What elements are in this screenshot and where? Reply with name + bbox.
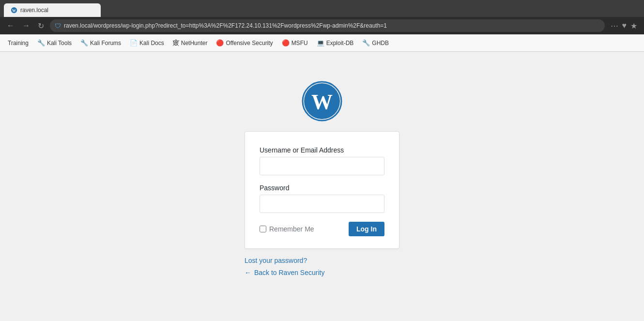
password-input[interactable] <box>260 195 384 213</box>
tab-favicon: W <box>11 7 17 14</box>
kali-tools-icon: 🔧 <box>37 39 45 46</box>
username-label: Username or Email Address <box>260 146 384 154</box>
username-input[interactable] <box>260 157 384 175</box>
form-links: Lost your password? ← Back to Raven Secu… <box>245 257 399 277</box>
address-prefix: raven.local <box>64 22 92 29</box>
username-field-group: Username or Email Address <box>260 146 384 175</box>
active-tab[interactable]: W raven.local <box>4 3 101 17</box>
forward-nav-button[interactable]: → <box>20 20 32 31</box>
bookmark-star-icon[interactable]: ★ <box>630 21 637 31</box>
bookmark-kali-forums[interactable]: 🔧 Kali Forums <box>77 37 125 48</box>
bookmark-offensive-security[interactable]: 🔴 Offensive Security <box>212 37 276 48</box>
nethunter-icon: 🕸 <box>173 39 179 46</box>
bookmark-msfu[interactable]: 🔴 MSFU <box>278 37 312 48</box>
username-label-text: Username or Email Address <box>260 146 344 154</box>
password-label: Password <box>260 184 384 192</box>
form-actions: Remember Me Log In <box>260 222 384 236</box>
password-field-group: Password <box>260 184 384 213</box>
address-text: raven.local/raven.local/wordpress/wp-log… <box>64 22 387 29</box>
bookmark-training-label: Training <box>8 40 29 46</box>
exploit-db-icon: 💻 <box>317 39 324 46</box>
back-arrow: ← <box>245 269 251 276</box>
shield-icon: 🛡 <box>55 22 61 30</box>
bookmark-nethunter[interactable]: 🕸 NetHunter <box>169 37 212 48</box>
login-form: Username or Email Address Password Remem… <box>245 131 399 249</box>
back-to-site-link[interactable]: ← Back to Raven Security <box>245 269 324 276</box>
svg-text:W: W <box>311 90 333 114</box>
tab-title: raven.local <box>20 7 48 14</box>
bookmark-kali-tools[interactable]: 🔧 Kali Tools <box>33 37 76 48</box>
login-button[interactable]: Log In <box>349 222 384 236</box>
address-bar: ← → ↻ 🛡 raven.local/raven.local/wordpres… <box>0 17 644 34</box>
browser-actions: ⋯ ♥ ★ <box>609 21 640 31</box>
bookmark-ghdb[interactable]: 🔧 GHDB <box>358 37 393 48</box>
offensive-security-icon: 🔴 <box>216 39 224 46</box>
ghdb-icon: 🔧 <box>362 39 370 46</box>
lost-password-link[interactable]: Lost your password? <box>245 257 399 264</box>
bookmark-msfu-label: MSFU <box>291 40 308 46</box>
back-nav-button[interactable]: ← <box>5 20 16 31</box>
bookmark-exploit-db-label: Exploit-DB <box>326 40 354 46</box>
svg-text:W: W <box>12 9 16 13</box>
msfu-icon: 🔴 <box>282 39 290 46</box>
page-content: W Username or Email Address Password Rem… <box>0 52 644 321</box>
bookmark-exploit-db[interactable]: 💻 Exploit-DB <box>313 37 358 48</box>
bookmark-kali-tools-label: Kali Tools <box>47 40 72 46</box>
pocket-icon[interactable]: ♥ <box>622 21 627 31</box>
address-input-box[interactable]: 🛡 raven.local/raven.local/wordpress/wp-l… <box>50 19 605 32</box>
kali-forums-icon: 🔧 <box>80 39 88 46</box>
wordpress-logo: W <box>302 81 342 122</box>
remember-me-checkbox[interactable] <box>260 226 266 232</box>
reload-button[interactable]: ↻ <box>36 20 46 31</box>
bookmark-training[interactable]: Training <box>4 38 32 48</box>
back-link-text: Back to <box>254 269 279 276</box>
bookmark-kali-docs[interactable]: 📄 Kali Docs <box>126 37 168 48</box>
tab-bar: W raven.local <box>0 0 644 17</box>
password-label-text: Password <box>260 184 289 192</box>
bookmark-nethunter-label: NetHunter <box>181 40 208 46</box>
bookmark-kali-forums-label: Kali Forums <box>90 40 121 46</box>
extensions-icon[interactable]: ⋯ <box>611 21 618 31</box>
browser-chrome: W raven.local ← → ↻ 🛡 raven.local/raven.… <box>0 0 644 34</box>
remember-me-text: Remember Me <box>269 225 314 233</box>
kali-docs-icon: 📄 <box>130 39 138 46</box>
bookmark-offensive-security-label: Offensive Security <box>226 40 273 46</box>
back-link-site-name: Raven Security <box>278 269 324 276</box>
bookmark-ghdb-label: GHDB <box>372 40 389 46</box>
remember-me-label[interactable]: Remember Me <box>260 225 314 233</box>
bookmark-kali-docs-label: Kali Docs <box>139 40 164 46</box>
bookmarks-bar: Training 🔧 Kali Tools 🔧 Kali Forums 📄 Ka… <box>0 34 644 52</box>
